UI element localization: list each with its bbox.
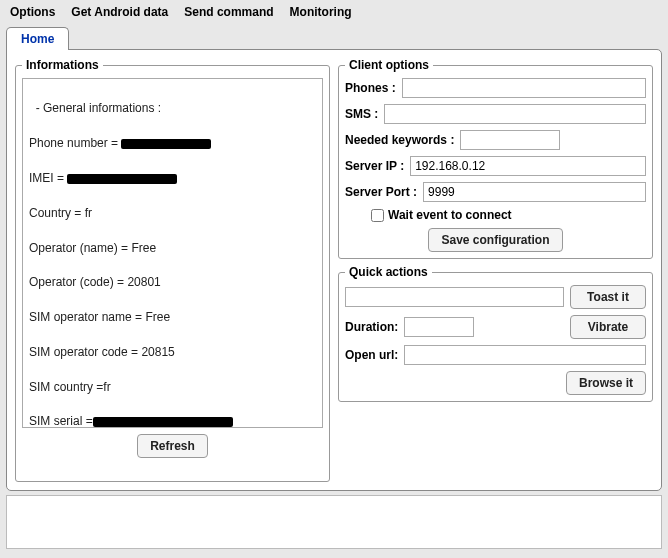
menubar: Options Get Android data Send command Mo… — [0, 0, 668, 24]
quick-actions-fieldset: Quick actions Toast it Duration: Vibrate… — [338, 265, 653, 402]
keywords-input[interactable] — [460, 130, 560, 150]
client-options-fieldset: Client options Phones : SMS : Needed key… — [338, 58, 653, 259]
menu-options[interactable]: Options — [4, 2, 61, 22]
bottom-log-area[interactable] — [6, 495, 662, 549]
client-options-legend: Client options — [345, 58, 433, 72]
informations-legend: Informations — [22, 58, 103, 72]
tab-home[interactable]: Home — [6, 27, 69, 50]
sms-label: SMS : — [345, 107, 378, 121]
phones-label: Phones : — [345, 81, 396, 95]
server-ip-input[interactable] — [410, 156, 646, 176]
server-ip-label: Server IP : — [345, 159, 404, 173]
quick-actions-legend: Quick actions — [345, 265, 432, 279]
duration-label: Duration: — [345, 320, 398, 334]
info-line-op-code: Operator (code) = 20801 — [29, 274, 316, 291]
wait-event-label: Wait event to connect — [388, 208, 512, 222]
redacted-imei — [67, 174, 177, 184]
redacted-sim-serial — [93, 417, 233, 427]
info-line-sim-country: SIM country =fr — [29, 379, 316, 396]
info-line-sim-serial: SIM serial = — [29, 413, 316, 428]
tab-panel-home: Informations - General informations : Ph… — [6, 49, 662, 491]
toast-input[interactable] — [345, 287, 564, 307]
info-line-general-hdr: - General informations : — [29, 100, 316, 117]
info-line-phone: Phone number = — [29, 135, 316, 152]
menu-monitoring[interactable]: Monitoring — [284, 2, 358, 22]
duration-input[interactable] — [404, 317, 474, 337]
save-configuration-button[interactable]: Save configuration — [428, 228, 562, 252]
wait-event-checkbox[interactable] — [371, 209, 384, 222]
informations-fieldset: Informations - General informations : Ph… — [15, 58, 330, 482]
keywords-label: Needed keywords : — [345, 133, 454, 147]
toast-it-button[interactable]: Toast it — [570, 285, 646, 309]
server-port-label: Server Port : — [345, 185, 417, 199]
refresh-button[interactable]: Refresh — [137, 434, 208, 458]
info-line-op-name: Operator (name) = Free — [29, 240, 316, 257]
menu-send-command[interactable]: Send command — [178, 2, 279, 22]
open-url-label: Open url: — [345, 348, 398, 362]
redacted-phone — [121, 139, 211, 149]
open-url-input[interactable] — [404, 345, 646, 365]
menu-get-android-data[interactable]: Get Android data — [65, 2, 174, 22]
browse-it-button[interactable]: Browse it — [566, 371, 646, 395]
server-port-input[interactable] — [423, 182, 646, 202]
vibrate-button[interactable]: Vibrate — [570, 315, 646, 339]
phones-input[interactable] — [402, 78, 646, 98]
tab-container: Home Informations - General informations… — [6, 26, 662, 491]
info-line-sim-op-code: SIM operator code = 20815 — [29, 344, 316, 361]
sms-input[interactable] — [384, 104, 646, 124]
info-line-sim-op-name: SIM operator name = Free — [29, 309, 316, 326]
tab-bar: Home — [6, 26, 662, 49]
info-line-country: Country = fr — [29, 205, 316, 222]
informations-textarea[interactable]: - General informations : Phone number = … — [22, 78, 323, 428]
info-line-imei: IMEI = — [29, 170, 316, 187]
